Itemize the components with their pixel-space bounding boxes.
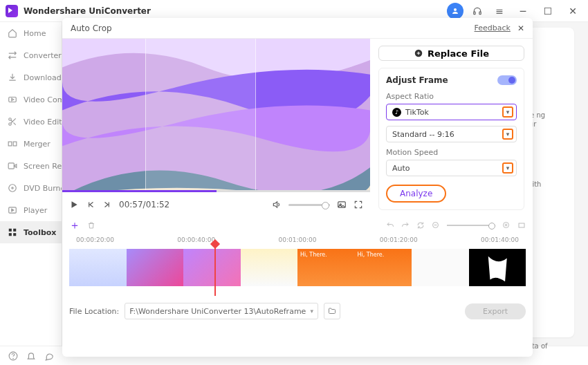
zoom-out-icon[interactable] [432,221,440,230]
folder-icon [328,307,336,315]
sidebar-item-home[interactable]: Home [0,22,62,44]
sidebar-item-downloader[interactable]: Downloader [0,66,62,88]
time-mark: 00:01:00:00 [279,236,317,243]
aspect-ratio-select[interactable]: TikTok ▾ [386,104,517,120]
tiktok-icon [392,108,401,117]
volume-icon[interactable] [272,200,282,209]
user-avatar-icon[interactable] [447,3,463,19]
sidebar-item-label: Downloader [24,73,62,82]
home-icon [7,28,18,39]
thumb[interactable] [412,249,469,286]
sidebar-item-screen-recorder[interactable]: Screen Recorder [0,155,62,177]
timeline-thumbs[interactable]: Hi, There. Hi, There. [69,249,526,286]
delete-clip-icon[interactable] [87,221,95,230]
time-mark: 00:01:20:00 [380,236,418,243]
svg-point-4 [9,118,12,121]
file-location-input[interactable]: F:\Wondershare UniConverter 13\AutoRefra… [125,303,318,319]
thumb[interactable]: Hi, There. [297,249,355,286]
add-clip-icon[interactable]: ＋ [69,218,80,233]
thumb[interactable] [69,249,127,286]
video-preview[interactable] [62,39,370,192]
svg-rect-14 [9,233,12,236]
sidebar-item-label: Screen Recorder [24,162,62,171]
modal-title: Auto Crop [71,24,112,33]
thumb[interactable] [127,249,184,286]
sidebar-item-player[interactable]: Player [0,199,62,221]
sidebar-item-label: Player [24,206,47,215]
replace-file-label: Replace File [428,48,489,59]
chevron-down-icon[interactable]: ▾ [311,308,314,315]
thumb[interactable]: Hi, There. [355,249,412,286]
volume-slider[interactable] [288,204,330,206]
sidebar-item-video-editor[interactable]: Video Editor [0,111,62,133]
hamburger-menu-icon[interactable]: ≡ [491,3,508,19]
chevron-down-icon: ▾ [502,129,513,140]
svg-rect-24 [519,223,524,227]
svg-rect-13 [13,229,16,232]
fit-icon[interactable] [517,221,526,230]
redo-icon[interactable] [401,221,410,230]
svg-rect-3 [9,97,17,102]
headphones-icon[interactable] [469,3,486,19]
adjust-frame-toggle[interactable] [497,75,517,85]
sidebar-item-converter[interactable]: Converter [0,44,62,66]
bell-icon[interactable] [26,351,36,361]
sidebar-item-label: Converter [24,51,62,60]
feedback-link[interactable]: Feedback [475,24,511,32]
playhead[interactable] [214,243,216,296]
thumb[interactable] [469,249,526,286]
thumb[interactable] [241,249,298,286]
adjust-frame-title: Adjust Frame [386,75,448,85]
progress-bar[interactable] [62,190,370,192]
app-logo-icon [6,5,18,17]
play-icon[interactable] [69,200,79,209]
next-frame-icon[interactable] [102,200,112,209]
sidebar-item-dvd-burner[interactable]: DVD Burner [0,177,62,199]
svg-rect-8 [8,163,14,169]
dvd-icon [7,182,18,194]
analyze-button[interactable]: Analyze [386,185,446,203]
modal-close-icon[interactable]: ✕ [517,24,524,33]
download-icon [7,72,18,83]
sidebar-item-toolbox[interactable]: Toolbox [0,221,62,243]
close-button[interactable]: ✕ [563,3,582,19]
sidebar-item-merger[interactable]: Merger [0,133,62,155]
maximize-button[interactable]: ☐ [538,3,558,19]
export-button[interactable]: Export [465,303,526,319]
svg-point-10 [12,187,13,189]
app-title: Wondershare UniConverter [24,6,447,16]
undo-icon[interactable] [386,221,394,230]
snapshot-icon[interactable] [337,200,347,209]
motion-speed-value: Auto [392,164,502,173]
preview-area: 00:57/01:52 [62,39,370,217]
auto-crop-modal: Auto Crop Feedback ✕ [62,18,533,357]
thumb[interactable] [183,249,241,286]
fullscreen-icon[interactable] [353,200,363,209]
aspect-ratio-label: Aspect Ratio [386,92,517,101]
open-folder-button[interactable] [324,303,340,319]
motion-speed-select[interactable]: Auto ▾ [386,160,517,176]
refresh-icon[interactable] [416,221,425,230]
zoom-in-icon[interactable] [502,221,511,230]
record-icon [7,160,18,171]
timeline-toolbar: ＋ [62,217,533,234]
standard-value: Standard -- 9:16 [392,130,502,139]
sidebar-item-label: Video Editor [24,118,62,127]
crop-overlay[interactable] [145,39,256,192]
time-mark: 00:00:40:00 [177,236,215,243]
chevron-down-icon: ▾ [502,106,513,118]
standard-select[interactable]: Standard -- 9:16 ▾ [386,126,517,142]
time-display: 00:57/01:52 [119,200,169,209]
help-icon[interactable] [8,351,18,361]
replace-file-button[interactable]: Replace File [378,46,524,61]
prev-frame-icon[interactable] [86,200,95,209]
minimize-button[interactable]: ─ [513,3,533,19]
svg-point-5 [9,123,12,126]
zoom-slider[interactable] [447,225,495,226]
sidebar-item-label: Merger [24,140,50,149]
sidebar-item-video-compressor[interactable]: Video Compressor [0,88,62,111]
message-icon[interactable] [44,351,54,361]
player-controls: 00:57/01:52 [62,192,370,217]
timeline[interactable]: 00:00:20:00 00:00:40:00 00:01:00:00 00:0… [62,234,533,296]
plus-circle-icon [414,48,423,58]
